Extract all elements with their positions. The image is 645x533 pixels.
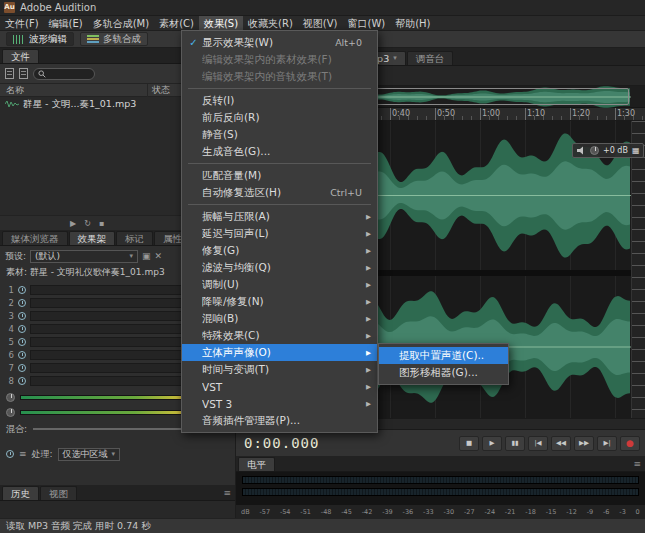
effect-power-icon[interactable] (18, 351, 26, 359)
effects-menu-item[interactable]: 反转(I) (182, 92, 377, 109)
process-value: 仅选中区域 (63, 448, 108, 461)
preview-play-icon[interactable]: ▶ (70, 219, 76, 228)
menu-separator (188, 204, 371, 205)
time-display[interactable]: 0:00.000 (244, 435, 319, 451)
effect-power-icon[interactable] (18, 312, 26, 320)
effects-menu-item[interactable]: 修复(G)▶ (182, 242, 377, 259)
preset-value: (默认) (35, 250, 60, 263)
amplitude-ruler[interactable] (631, 121, 645, 418)
effect-power-icon[interactable] (18, 286, 26, 294)
waveform-editor-button[interactable]: 波形编辑 (6, 32, 74, 46)
effects-menu-item[interactable]: 延迟与回声(L)▶ (182, 225, 377, 242)
effects-menu-item[interactable]: 混响(B)▶ (182, 310, 377, 327)
effects-menu-item[interactable]: 调制(U)▶ (182, 276, 377, 293)
output-gain-knob[interactable] (6, 408, 15, 417)
effect-slot-number: 8 (4, 376, 14, 386)
effects-menu-item[interactable]: 特殊效果(C)▶ (182, 327, 377, 344)
save-preset-icon[interactable]: ▣ (142, 250, 151, 262)
checkmark-icon: ✓ (185, 37, 202, 48)
effects-menu-item[interactable]: 匹配音量(M) (182, 167, 377, 184)
menubar-item-9[interactable]: 帮助(H) (390, 16, 435, 31)
preview-stop-icon[interactable]: ▪ (99, 219, 104, 228)
menubar-item-7[interactable]: 视图(V) (298, 16, 343, 31)
rewind-button[interactable]: ◀◀ (551, 436, 571, 451)
tab-标记[interactable]: 标记 (116, 231, 153, 245)
menubar-item-1[interactable]: 文件(F) (0, 16, 44, 31)
menu-item-label: 音频插件管理器(P)... (202, 414, 354, 428)
effect-power-icon[interactable] (18, 377, 26, 385)
db-scale-label: -36 (403, 508, 414, 516)
effects-menu-item[interactable]: 自动修复选区(H)Ctrl+U (182, 184, 377, 201)
menu-item-label: 延迟与回声(L) (202, 227, 354, 241)
rack-power-icon[interactable] (6, 450, 14, 458)
effects-menu-item[interactable]: 时间与变调(T)▶ (182, 361, 377, 378)
rack-menu-icon[interactable]: ≡ (19, 449, 27, 459)
menubar: 文件(F)编辑(E)多轨合成(M)素材(C)效果(S)收藏夹(R)视图(V)窗口… (0, 16, 645, 31)
multitrack-button[interactable]: 多轨合成 (80, 32, 148, 46)
hud-grid-icon[interactable]: ▦ (632, 146, 640, 155)
menubar-item-2[interactable]: 编辑(E) (44, 16, 88, 31)
search-input[interactable] (33, 68, 95, 80)
tab-视图[interactable]: 视图 (40, 486, 77, 500)
menubar-item-3[interactable]: 多轨合成(M) (88, 16, 154, 31)
tab-mixer[interactable]: 调音台 (407, 51, 454, 65)
volume-hud[interactable]: +0 dB ▦ (572, 143, 644, 158)
effect-power-icon[interactable] (18, 299, 26, 307)
tab-媒体浏览器[interactable]: 媒体浏览器 (2, 231, 68, 245)
menubar-item-8[interactable]: 窗口(W) (343, 16, 391, 31)
effects-menu-item[interactable]: VST 3▶ (182, 395, 377, 412)
mix-slider[interactable] (33, 428, 197, 430)
effects-menu-item[interactable]: 静音(S) (182, 126, 377, 143)
panel-menu-icon[interactable]: ≡ (633, 457, 641, 471)
menubar-item-4[interactable]: 素材(C) (154, 16, 199, 31)
menubar-item-5[interactable]: 效果(S) (199, 16, 243, 31)
hud-gain-value: +0 dB (603, 146, 628, 155)
menu-item-label: 立体声声像(O) (202, 346, 354, 360)
hud-gain-knob[interactable] (590, 146, 599, 155)
process-select[interactable]: 仅选中区域 ▾ (58, 448, 121, 461)
fast-forward-button[interactable]: ▶▶ (574, 436, 594, 451)
preset-select[interactable]: (默认) ▾ (30, 250, 138, 263)
tab-效果架[interactable]: 效果架 (69, 231, 116, 245)
tab-历史[interactable]: 历史 (2, 486, 39, 500)
effects-menu-item[interactable]: 振幅与压限(A)▶ (182, 208, 377, 225)
effects-menu-item[interactable]: 生成音色(G)... (182, 143, 377, 160)
effects-menu-item[interactable]: 前后反向(R) (182, 109, 377, 126)
submenu-arrow-icon: ▶ (362, 230, 371, 238)
effects-menu-item[interactable]: ✓显示效果架(W)Alt+0 (182, 34, 377, 51)
effect-power-icon[interactable] (18, 338, 26, 346)
menu-item-label: 静音(S) (202, 128, 354, 142)
effect-power-icon[interactable] (18, 364, 26, 372)
db-scale-label: -48 (321, 508, 332, 516)
effect-power-icon[interactable] (18, 325, 26, 333)
tab-files[interactable]: 文件 (2, 49, 39, 63)
skip-to-end-button[interactable]: ▶| (597, 436, 617, 451)
skip-to-start-button[interactable]: |◀ (528, 436, 548, 451)
input-gain-knob[interactable] (6, 393, 15, 402)
stereo-submenu-item[interactable]: 图形移相器(G)... (379, 364, 508, 381)
tab-levels[interactable]: 电平 (238, 457, 275, 471)
menu-item-label: 反转(I) (202, 94, 354, 108)
record-button[interactable]: ● (620, 436, 640, 451)
effects-menu-item[interactable]: 立体声声像(O)▶ (182, 344, 377, 361)
process-row: ≡ 处理: 仅选中区域 ▾ (0, 446, 235, 462)
preview-loop-icon[interactable]: ↻ (84, 219, 91, 228)
column-header-name[interactable]: 名称 (0, 84, 147, 97)
new-file-icon[interactable] (19, 68, 28, 79)
menubar-item-6[interactable]: 收藏夹(R) (243, 16, 298, 31)
import-file-icon[interactable] (5, 68, 14, 79)
play-button[interactable]: ▶ (482, 436, 502, 451)
submenu-arrow-icon: ▶ (362, 264, 371, 272)
effects-menu-item[interactable]: VST▶ (182, 378, 377, 395)
effects-menu-item[interactable]: 降噪/修复(N)▶ (182, 293, 377, 310)
delete-preset-icon[interactable]: ✕ (155, 250, 163, 262)
stop-button[interactable]: ■ (459, 436, 479, 451)
effects-menu-item[interactable]: 音频插件管理器(P)... (182, 412, 377, 429)
panel-menu-icon[interactable]: ≡ (223, 486, 231, 500)
effects-menu-item[interactable]: 滤波与均衡(Q)▶ (182, 259, 377, 276)
stereo-submenu-item[interactable]: 提取中置声道(C)... (379, 347, 508, 364)
app-logo-icon: Au (4, 2, 15, 13)
pause-button[interactable]: ▮▮ (505, 436, 525, 451)
ruler-time-label: 0:50 (437, 109, 455, 118)
menu-item-label: 前后反向(R) (202, 111, 354, 125)
